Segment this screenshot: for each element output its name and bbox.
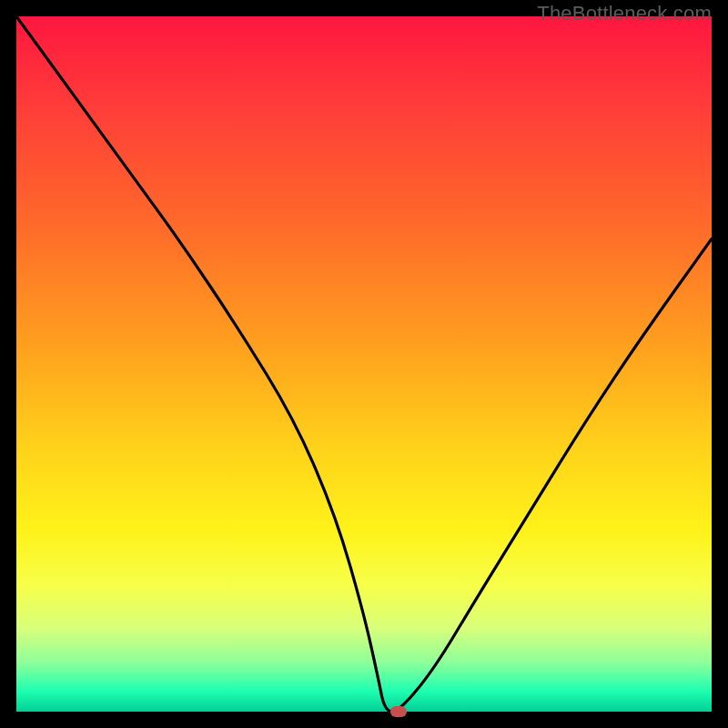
plot-area: [16, 16, 712, 712]
watermark-text: TheBottleneck.com: [537, 2, 712, 25]
chart-container: TheBottleneck.com: [0, 0, 728, 728]
curve-svg: [16, 16, 712, 712]
bottleneck-curve: [16, 16, 712, 712]
minimum-marker: [390, 706, 407, 717]
